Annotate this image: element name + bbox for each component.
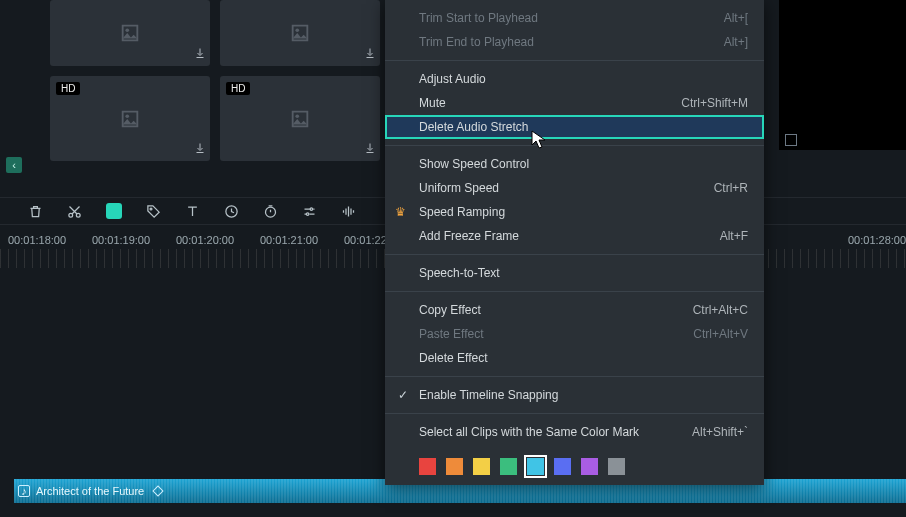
menu-item-copy-effect[interactable]: Copy EffectCtrl+Alt+C bbox=[385, 298, 764, 322]
menu-item-label: Enable Timeline Snapping bbox=[419, 388, 748, 402]
delete-icon[interactable] bbox=[28, 204, 43, 219]
download-icon[interactable] bbox=[194, 142, 206, 157]
menu-item-trim-start-to-playhead: Trim Start to PlayheadAlt+[ bbox=[385, 6, 764, 30]
cut-icon[interactable] bbox=[67, 204, 82, 219]
download-icon[interactable] bbox=[364, 47, 376, 62]
clip-thumb[interactable] bbox=[220, 0, 380, 66]
menu-item-shortcut: Ctrl+Alt+V bbox=[693, 327, 748, 341]
menu-item-shortcut: Alt+Shift+` bbox=[692, 425, 748, 439]
menu-item-add-freeze-frame[interactable]: Add Freeze FrameAlt+F bbox=[385, 224, 764, 248]
color-swatch[interactable] bbox=[581, 458, 598, 475]
clip-thumb[interactable] bbox=[50, 0, 210, 66]
color-swatch[interactable] bbox=[500, 458, 517, 475]
menu-item-label: Add Freeze Frame bbox=[419, 229, 720, 243]
context-menu: Trim Start to PlayheadAlt+[Trim End to P… bbox=[385, 0, 764, 485]
ruler-label: 00:01:28:00 bbox=[848, 234, 900, 246]
svg-point-9 bbox=[310, 207, 313, 210]
svg-point-6 bbox=[150, 208, 152, 210]
snapshot-icon[interactable] bbox=[785, 134, 797, 146]
image-icon bbox=[289, 108, 311, 130]
collapse-panel-button[interactable]: ‹ bbox=[6, 157, 22, 173]
menu-item-shortcut: Ctrl+R bbox=[714, 181, 748, 195]
menu-item-uniform-speed[interactable]: Uniform SpeedCtrl+R bbox=[385, 176, 764, 200]
clip-thumb[interactable]: HD bbox=[50, 76, 210, 161]
menu-item-label: Speech-to-Text bbox=[419, 266, 748, 280]
media-browser: HD HD bbox=[50, 0, 390, 165]
menu-item-label: Mute bbox=[419, 96, 681, 110]
check-icon: ✓ bbox=[398, 388, 408, 402]
color-swatch[interactable] bbox=[527, 458, 544, 475]
menu-item-label: Delete Effect bbox=[419, 351, 748, 365]
menu-item-paste-effect: Paste EffectCtrl+Alt+V bbox=[385, 322, 764, 346]
menu-item-label: Copy Effect bbox=[419, 303, 693, 317]
menu-item-shortcut: Alt+] bbox=[724, 35, 748, 49]
audio-stretch-tool[interactable] bbox=[106, 203, 122, 219]
ruler-label: 00:01:21:00 bbox=[260, 234, 312, 246]
menu-item-label: Delete Audio Stretch bbox=[419, 120, 748, 134]
adjust-icon[interactable] bbox=[302, 204, 317, 219]
menu-item-shortcut: Alt+F bbox=[720, 229, 748, 243]
tag-icon[interactable] bbox=[146, 204, 161, 219]
menu-item-label: Select all Clips with the Same Color Mar… bbox=[419, 425, 692, 439]
menu-item-label: Trim End to Playhead bbox=[419, 35, 724, 49]
svg-point-10 bbox=[306, 212, 309, 215]
menu-item-label: Show Speed Control bbox=[419, 157, 748, 171]
duration-icon[interactable] bbox=[263, 204, 278, 219]
download-icon[interactable] bbox=[364, 142, 376, 157]
preview-panel bbox=[779, 0, 906, 150]
menu-item-delete-audio-stretch[interactable]: Delete Audio Stretch bbox=[385, 115, 764, 139]
menu-item-mute[interactable]: MuteCtrl+Shift+M bbox=[385, 91, 764, 115]
menu-item-speech-to-text[interactable]: Speech-to-Text bbox=[385, 261, 764, 285]
color-swatch[interactable] bbox=[419, 458, 436, 475]
color-swatch[interactable] bbox=[608, 458, 625, 475]
menu-item-label: Speed Ramping bbox=[419, 205, 748, 219]
menu-item-trim-end-to-playhead: Trim End to PlayheadAlt+] bbox=[385, 30, 764, 54]
hd-badge: HD bbox=[56, 82, 80, 95]
menu-item-select-all-clips-with-the-same-color-mark[interactable]: Select all Clips with the Same Color Mar… bbox=[385, 420, 764, 444]
color-swatch[interactable] bbox=[554, 458, 571, 475]
menu-item-label: Adjust Audio bbox=[419, 72, 748, 86]
menu-item-label: Paste Effect bbox=[419, 327, 693, 341]
ruler-label bbox=[764, 234, 816, 246]
hd-badge: HD bbox=[226, 82, 250, 95]
ruler-label: 00:01:20:00 bbox=[176, 234, 228, 246]
menu-item-speed-ramping[interactable]: ♛Speed Ramping bbox=[385, 200, 764, 224]
ruler-label: 00:01:19:00 bbox=[92, 234, 144, 246]
image-icon bbox=[119, 22, 141, 44]
color-swatch[interactable] bbox=[473, 458, 490, 475]
color-swatch[interactable] bbox=[446, 458, 463, 475]
svg-point-0 bbox=[125, 28, 129, 32]
menu-item-shortcut: Alt+[ bbox=[724, 11, 748, 25]
menu-item-enable-timeline-snapping[interactable]: ✓Enable Timeline Snapping bbox=[385, 383, 764, 407]
menu-item-shortcut: Ctrl+Shift+M bbox=[681, 96, 748, 110]
premium-icon: ♛ bbox=[395, 205, 406, 219]
menu-item-delete-effect[interactable]: Delete Effect bbox=[385, 346, 764, 370]
ruler-label: 00:01:18:00 bbox=[8, 234, 60, 246]
menu-item-label: Uniform Speed bbox=[419, 181, 714, 195]
image-icon bbox=[289, 22, 311, 44]
svg-point-1 bbox=[295, 28, 299, 32]
svg-point-2 bbox=[125, 114, 129, 118]
svg-point-3 bbox=[295, 114, 299, 118]
speed-icon[interactable] bbox=[224, 204, 239, 219]
menu-item-label: Trim Start to Playhead bbox=[419, 11, 724, 25]
menu-item-show-speed-control[interactable]: Show Speed Control bbox=[385, 152, 764, 176]
image-icon bbox=[119, 108, 141, 130]
clip-thumb[interactable]: HD bbox=[220, 76, 380, 161]
menu-item-shortcut: Ctrl+Alt+C bbox=[693, 303, 748, 317]
music-note-icon: ♪ bbox=[18, 485, 30, 497]
download-icon[interactable] bbox=[194, 47, 206, 62]
menu-item-adjust-audio[interactable]: Adjust Audio bbox=[385, 67, 764, 91]
text-icon[interactable] bbox=[185, 204, 200, 219]
color-mark-row bbox=[385, 450, 764, 485]
audio-icon[interactable] bbox=[341, 204, 356, 219]
